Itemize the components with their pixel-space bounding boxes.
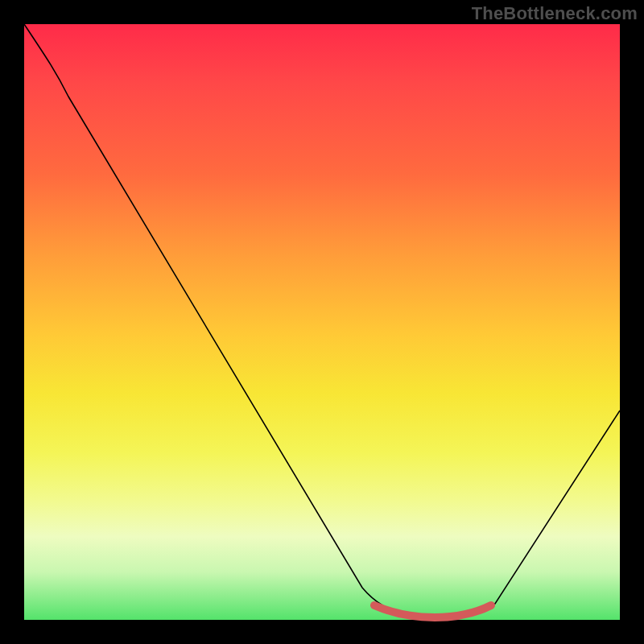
watermark-text: TheBottleneck.com bbox=[472, 3, 638, 24]
valley-highlight bbox=[374, 605, 491, 617]
bottleneck-curve bbox=[24, 24, 620, 617]
curve-layer bbox=[24, 24, 620, 620]
chart-frame: TheBottleneck.com bbox=[0, 0, 644, 644]
